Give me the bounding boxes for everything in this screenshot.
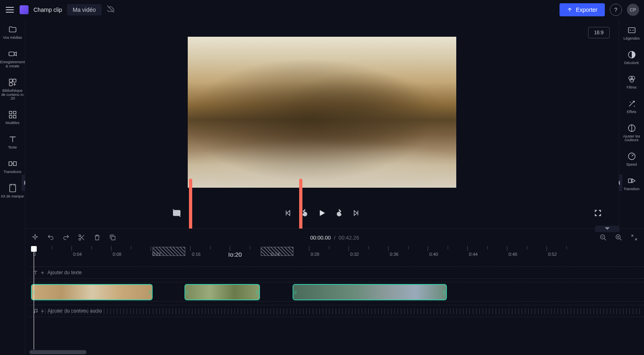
sidebar-item-record[interactable]: Enregistrement & create [1,49,24,69]
adjust-colors-icon [627,123,637,133]
sidebar-item-templates[interactable]: Modèles [1,110,24,125]
user-avatar[interactable]: CP [627,4,639,16]
current-time: 00:00.00 [310,235,331,241]
sidebar-item-label: Filtres [626,86,637,90]
filters-icon [627,74,637,84]
ruler-label: 0:24 [271,252,280,257]
clip-handle-right[interactable]: || [442,285,446,300]
ruler-label: 0:40 [429,252,438,257]
svg-point-28 [36,311,37,312]
right-sidebar: Légendes Décoloré Filtres Effets Ajuster… [619,20,644,229]
video-preview-canvas[interactable] [188,37,456,188]
svg-point-23 [79,238,81,240]
playhead[interactable] [31,246,37,252]
sidebar-item-text[interactable]: Texte [1,134,24,150]
timeline-toolbar: 00:00.00 / 00:42.26 [25,229,644,246]
undo-button[interactable] [47,233,55,242]
split-button[interactable] [78,233,86,242]
fullscreen-button[interactable] [593,209,602,217]
svg-rect-8 [13,115,16,118]
audio-track-icon [32,307,39,315]
video-clip-3[interactable]: || || [293,284,447,300]
text-icon [8,134,18,144]
play-button[interactable] [318,209,326,217]
sidebar-item-adjust-colors[interactable]: Ajuster les couleurs [620,123,644,143]
svg-rect-3 [13,79,16,82]
ruler-label: 0:12 [152,252,161,257]
forward-button[interactable] [335,209,344,217]
tracks-container: + Ajouter du texte || || || || || || + A… [25,266,644,317]
fade-icon [627,50,637,60]
picture-disabled-icon[interactable] [172,209,181,217]
video-clip-1[interactable]: || || [31,284,153,300]
ruler-label: 0:28 [311,252,319,257]
left-sidebar: Vos médias Enregistrement & create Bibli… [0,20,25,355]
sidebar-item-label: Transition [624,187,640,191]
zoom-in-button[interactable] [615,233,623,242]
aspect-ratio-button[interactable]: 16:9 [588,27,610,38]
timeline-scrollbar[interactable] [29,350,87,354]
skip-back-button[interactable] [283,209,292,217]
sidebar-item-label: Speed [626,163,637,167]
ruler-label: 0:52 [548,252,557,257]
sidebar-item-label: Légendes [624,37,640,41]
brand-kit-icon [8,183,18,193]
help-button[interactable]: ? [610,4,622,16]
sidebar-item-your-media[interactable]: Vos médias [1,24,24,40]
app-brand: Champ clip [33,7,62,13]
clip-handle-left[interactable]: || [185,285,189,300]
app-header: Champ clip Ma vidéo Exporter ? CP [0,0,644,20]
clip-handle-right[interactable]: || [148,285,152,300]
sidebar-item-brand-kit[interactable]: Kit de marque [1,183,24,199]
effects-icon [627,99,637,109]
menu-button[interactable] [5,5,15,15]
clip-handle-left[interactable]: || [293,285,298,300]
clip-handle-right[interactable]: || [255,285,259,300]
playback-bar [25,205,619,221]
library-icon [8,78,18,87]
project-name-field[interactable]: Ma vidéo [67,4,102,16]
timecode-display: 00:00.00 / 00:42.26 [310,235,359,241]
video-track[interactable]: || || || || || || [29,282,644,302]
add-text-icon: + [41,269,44,276]
ruler-label: 0:16 [192,252,200,257]
sidebar-item-transition[interactable]: Transition [620,176,644,191]
ruler-label: 0:32 [350,252,359,257]
rewind-button[interactable] [300,209,309,217]
sidebar-item-effects[interactable]: Effets [620,99,644,114]
text-track[interactable]: + Ajouter du texte [29,266,644,279]
sidebar-item-captions[interactable]: Légendes [620,25,644,41]
skip-forward-button[interactable] [352,209,361,217]
delete-button[interactable] [93,233,101,242]
folder-icon [8,24,18,34]
duplicate-button[interactable] [109,233,117,242]
svg-rect-24 [111,236,115,240]
ruler-label: 0:48 [509,252,517,257]
timeline-ruler[interactable]: Io:20 00:040:080:120:160:240:280:320:360… [29,246,644,258]
sidebar-item-label: Bibliothèque de contenu Io :20 [1,89,24,101]
app-logo [20,5,29,14]
fit-button[interactable] [630,233,638,242]
speed-icon [627,151,637,161]
export-button[interactable]: Exporter [560,3,605,16]
sidebar-item-transitions[interactable]: Transitions [1,159,24,174]
zoom-out-button[interactable] [599,233,607,242]
ai-tools-button[interactable] [31,233,39,242]
svg-rect-11 [9,184,16,192]
sidebar-item-content-library[interactable]: Bibliothèque de contenu Io :20 [1,78,24,101]
svg-point-16 [630,78,633,82]
audio-waveform-placeholder [42,308,640,314]
video-clip-2[interactable]: || || [184,284,260,300]
text-track-icon [32,269,39,276]
text-track-placeholder: Ajouter du texte [47,270,82,275]
svg-rect-4 [9,83,12,86]
ruler-label: 0:44 [469,252,477,257]
redo-button[interactable] [62,233,70,242]
sidebar-item-speed[interactable]: Speed [620,151,644,167]
svg-rect-1 [9,52,14,55]
audio-track[interactable]: + Ajouter du contenu audio [29,305,644,317]
sidebar-item-filters[interactable]: Filtres [620,74,644,90]
sidebar-item-fade[interactable]: Décoloré [620,50,644,65]
cloud-sync-off-icon[interactable] [107,5,115,15]
transitions-icon [8,159,18,169]
